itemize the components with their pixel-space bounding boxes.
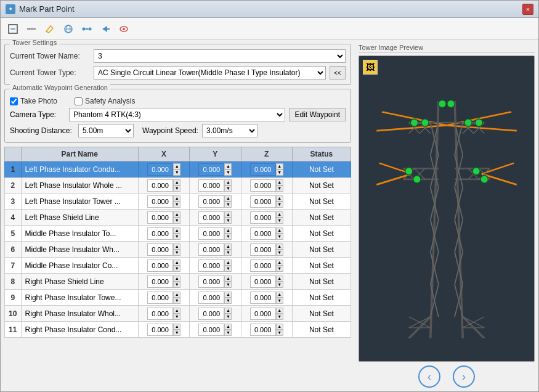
coord-input[interactable] bbox=[250, 227, 276, 240]
spin-down-button[interactable]: ▼ bbox=[224, 169, 232, 176]
spin-up-button[interactable]: ▲ bbox=[276, 259, 283, 266]
spin-down-button[interactable]: ▼ bbox=[224, 186, 232, 192]
coord-input[interactable] bbox=[198, 259, 224, 272]
spin-down-button[interactable]: ▼ bbox=[173, 250, 180, 256]
coord-input[interactable] bbox=[250, 179, 276, 192]
spin-up-button[interactable]: ▲ bbox=[276, 179, 283, 186]
arrow-tool-button[interactable] bbox=[97, 20, 114, 38]
spin-up-button[interactable]: ▲ bbox=[224, 324, 232, 330]
spin-down-button[interactable]: ▼ bbox=[276, 330, 283, 336]
coord-input[interactable] bbox=[147, 308, 173, 320]
table-row[interactable]: 7Middle Phase Insulator Co...▲▼▲▼▲▼Not S… bbox=[5, 258, 351, 274]
prev-image-button[interactable]: ‹ bbox=[418, 365, 440, 388]
take-photo-label[interactable]: Take Photo bbox=[10, 97, 57, 105]
spin-up-button[interactable]: ▲ bbox=[173, 195, 180, 202]
spin-down-button[interactable]: ▼ bbox=[224, 266, 232, 272]
spin-up-button[interactable]: ▲ bbox=[173, 243, 180, 250]
camera-type-select[interactable]: Phantom 4 RTK(4:3) bbox=[69, 108, 285, 121]
spin-down-button[interactable]: ▼ bbox=[224, 202, 232, 208]
spin-up-button[interactable]: ▲ bbox=[173, 308, 180, 314]
spin-up-button[interactable]: ▲ bbox=[276, 195, 283, 202]
coord-input[interactable] bbox=[147, 243, 173, 256]
spin-down-button[interactable]: ▼ bbox=[224, 330, 232, 336]
spin-up-button[interactable]: ▲ bbox=[224, 243, 232, 250]
table-row[interactable]: 3Left Phase Insulator Tower ...▲▼▲▼▲▼Not… bbox=[5, 194, 351, 210]
coord-input[interactable] bbox=[198, 211, 224, 224]
coord-input[interactable] bbox=[250, 292, 276, 304]
table-row[interactable]: 9Right Phase Insulator Towe...▲▼▲▼▲▼Not … bbox=[5, 290, 351, 306]
shooting-distance-select[interactable]: 5.00m bbox=[78, 124, 134, 137]
spin-down-button[interactable]: ▼ bbox=[276, 186, 283, 192]
take-photo-checkbox[interactable] bbox=[10, 97, 18, 105]
coord-input[interactable] bbox=[147, 227, 173, 240]
select-tool-button[interactable] bbox=[4, 20, 22, 38]
spin-down-button[interactable]: ▼ bbox=[173, 169, 180, 176]
waypoint-speed-select[interactable]: 3.00m/s bbox=[202, 124, 257, 137]
double-arrow-button[interactable]: << bbox=[330, 66, 346, 80]
spin-down-button[interactable]: ▼ bbox=[224, 234, 232, 240]
coord-input[interactable] bbox=[198, 292, 224, 304]
coord-input[interactable] bbox=[147, 163, 173, 176]
coord-input[interactable] bbox=[198, 179, 224, 192]
coord-input[interactable] bbox=[198, 243, 224, 256]
spin-up-button[interactable]: ▲ bbox=[224, 195, 232, 202]
spin-up-button[interactable]: ▲ bbox=[276, 292, 283, 298]
spin-up-button[interactable]: ▲ bbox=[173, 324, 180, 330]
spin-down-button[interactable]: ▼ bbox=[173, 202, 180, 208]
spin-down-button[interactable]: ▼ bbox=[276, 202, 283, 208]
spin-down-button[interactable]: ▼ bbox=[276, 169, 283, 176]
coord-input[interactable] bbox=[198, 227, 224, 240]
spin-down-button[interactable]: ▼ bbox=[224, 282, 232, 288]
spin-down-button[interactable]: ▼ bbox=[276, 298, 283, 304]
spin-down-button[interactable]: ▼ bbox=[173, 234, 180, 240]
spin-down-button[interactable]: ▼ bbox=[173, 218, 180, 224]
spin-down-button[interactable]: ▼ bbox=[224, 314, 232, 320]
coord-input[interactable] bbox=[250, 211, 276, 224]
spin-up-button[interactable]: ▲ bbox=[173, 211, 180, 218]
spin-down-button[interactable]: ▼ bbox=[276, 266, 283, 272]
spin-down-button[interactable]: ▼ bbox=[173, 266, 180, 272]
spin-up-button[interactable]: ▲ bbox=[224, 276, 232, 282]
spin-down-button[interactable]: ▼ bbox=[173, 314, 180, 320]
coord-input[interactable] bbox=[147, 179, 173, 192]
coord-input[interactable] bbox=[198, 324, 224, 336]
coord-input[interactable] bbox=[147, 211, 173, 224]
spin-up-button[interactable]: ▲ bbox=[224, 227, 232, 234]
tower-type-select[interactable]: AC Single Circuit Linear Tower(Middle Ph… bbox=[94, 66, 326, 80]
pencil-tool-button[interactable] bbox=[41, 20, 59, 38]
spin-down-button[interactable]: ▼ bbox=[224, 250, 232, 256]
coord-input[interactable] bbox=[198, 195, 224, 208]
spin-down-button[interactable]: ▼ bbox=[224, 218, 232, 224]
table-row[interactable]: 11Right Phase Insulator Cond...▲▼▲▼▲▼Not… bbox=[5, 322, 351, 338]
table-row[interactable]: 10Right Phase Insulator Whol...▲▼▲▼▲▼Not… bbox=[5, 306, 351, 322]
spin-down-button[interactable]: ▼ bbox=[173, 186, 180, 192]
coord-input[interactable] bbox=[147, 292, 173, 304]
coord-input[interactable] bbox=[250, 308, 276, 320]
coord-input[interactable] bbox=[198, 163, 224, 176]
spin-down-button[interactable]: ▼ bbox=[276, 234, 283, 240]
coord-input[interactable] bbox=[250, 259, 276, 272]
coord-input[interactable] bbox=[147, 276, 173, 288]
tower-name-select[interactable]: 3 bbox=[94, 49, 346, 63]
next-image-button[interactable]: › bbox=[453, 365, 475, 388]
spin-up-button[interactable]: ▲ bbox=[224, 179, 232, 186]
spin-up-button[interactable]: ▲ bbox=[173, 259, 180, 266]
spin-up-button[interactable]: ▲ bbox=[173, 163, 180, 169]
coord-input[interactable] bbox=[250, 243, 276, 256]
table-row[interactable]: 4Left Phase Shield Line▲▼▲▼▲▼Not Set bbox=[5, 210, 351, 226]
spin-up-button[interactable]: ▲ bbox=[276, 308, 283, 314]
coord-input[interactable] bbox=[198, 308, 224, 320]
spin-down-button[interactable]: ▼ bbox=[173, 282, 180, 288]
table-row[interactable]: 1Left Phase Insulator Condu...▲▼▲▼▲▼Not … bbox=[5, 161, 351, 178]
coord-input[interactable] bbox=[250, 163, 276, 176]
spin-up-button[interactable]: ▲ bbox=[276, 227, 283, 234]
line-tool-button[interactable] bbox=[23, 20, 40, 38]
spin-up-button[interactable]: ▲ bbox=[224, 308, 232, 314]
globe-tool-button[interactable] bbox=[60, 20, 77, 38]
spin-down-button[interactable]: ▼ bbox=[276, 314, 283, 320]
spin-up-button[interactable]: ▲ bbox=[224, 292, 232, 298]
spin-up-button[interactable]: ▲ bbox=[173, 179, 180, 186]
spin-up-button[interactable]: ▲ bbox=[224, 211, 232, 218]
spin-up-button[interactable]: ▲ bbox=[224, 259, 232, 266]
spin-down-button[interactable]: ▼ bbox=[276, 250, 283, 256]
